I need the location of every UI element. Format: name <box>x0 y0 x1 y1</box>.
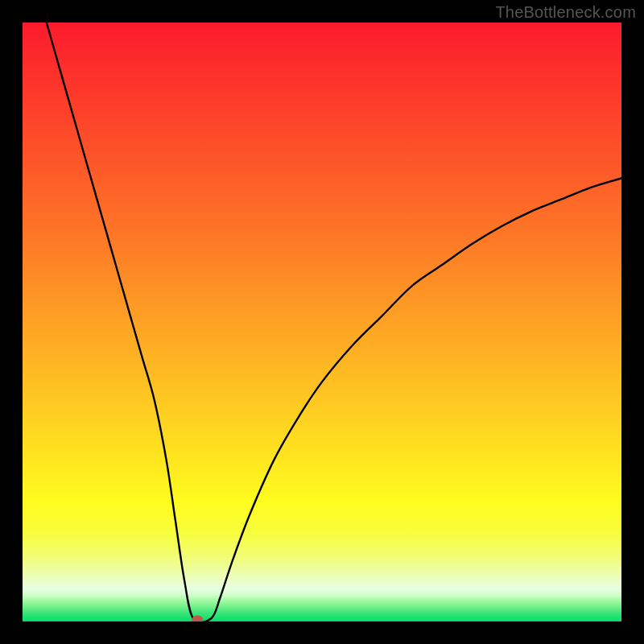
attribution-text: TheBottleneck.com <box>495 3 636 22</box>
chart-curve-layer <box>23 23 621 621</box>
chart-frame: TheBottleneck.com <box>0 0 644 644</box>
plot-area <box>23 23 621 621</box>
bottleneck-curve <box>47 23 621 621</box>
min-marker <box>192 615 203 621</box>
